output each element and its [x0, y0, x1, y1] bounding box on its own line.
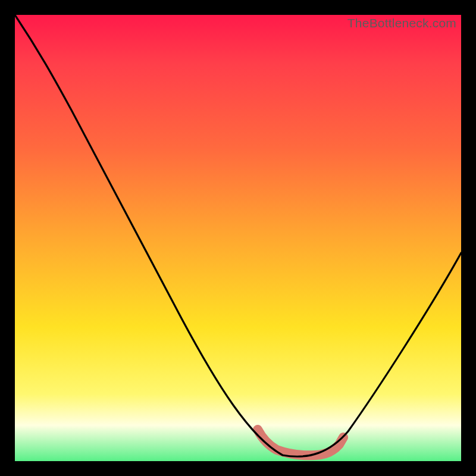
bottleneck-curve: [15, 15, 461, 461]
chart-gradient-area: TheBottleneck.com: [15, 15, 461, 461]
watermark-label: TheBottleneck.com: [347, 16, 456, 30]
